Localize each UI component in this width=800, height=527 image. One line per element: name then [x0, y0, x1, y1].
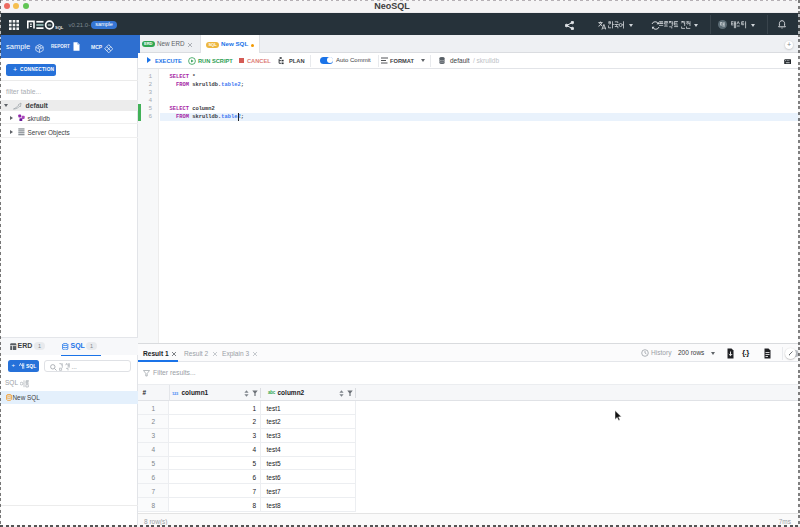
- svg-text:SQL: SQL: [55, 24, 64, 29]
